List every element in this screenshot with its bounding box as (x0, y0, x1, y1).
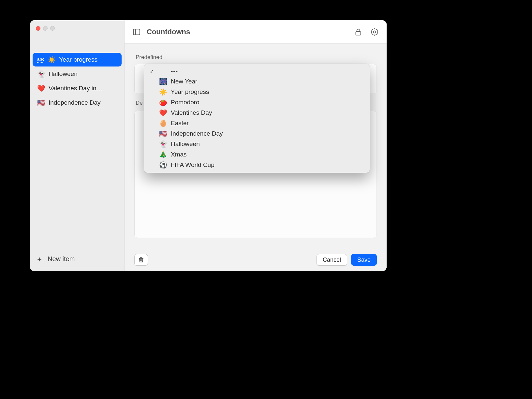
option-label: Easter (171, 120, 189, 127)
sidebar-item-label: Halloween (49, 70, 78, 78)
soccer-icon: ⚽ (159, 161, 167, 169)
dropdown-option-independence-day[interactable]: 🇺🇸 Independence Day (144, 128, 370, 139)
svg-point-3 (374, 31, 376, 33)
tree-icon: 🎄 (159, 151, 167, 158)
option-label: --- (171, 68, 178, 75)
dropdown-option-halloween[interactable]: 👻 Halloween (144, 139, 370, 149)
minimize-window-button[interactable] (43, 26, 48, 31)
page-title: Countdowns (147, 28, 190, 36)
app-window: abc ☀️ Year progress 👻 Halloween ❤️ Vale… (30, 20, 387, 271)
dropdown-option-xmas[interactable]: 🎄 Xmas (144, 149, 370, 160)
tomato-icon: 🍅 (159, 98, 167, 106)
option-label: Xmas (171, 151, 187, 158)
action-bar: Cancel Save (125, 248, 387, 271)
checkmark-icon: ✓ (149, 68, 155, 75)
option-label: FIFA World Cup (171, 161, 214, 169)
fireworks-icon: 🎆 (159, 78, 167, 85)
new-item-button[interactable]: ＋ New item (30, 250, 124, 271)
option-label: Valentines Day (171, 109, 212, 116)
rename-indicator: abc (37, 57, 44, 63)
heart-icon: ❤️ (159, 109, 167, 117)
dropdown-option-easter[interactable]: 🥚 Easter (144, 118, 370, 128)
egg-icon: 🥚 (159, 119, 167, 127)
svg-rect-2 (356, 31, 361, 35)
sun-icon: ☀️ (48, 56, 56, 63)
plus-icon: ＋ (36, 256, 43, 263)
us-flag-icon: 🇺🇸 (37, 99, 45, 106)
ghost-icon: 👻 (159, 140, 167, 148)
toolbar: Countdowns (125, 20, 387, 44)
sidebar-item-halloween[interactable]: 👻 Halloween (33, 67, 122, 81)
sidebar-item-valentines[interactable]: ❤️ Valentines Day in… (33, 81, 122, 95)
dropdown-option-year-progress[interactable]: ☀️ Year progress (144, 87, 370, 97)
settings-button[interactable] (370, 28, 379, 36)
us-flag-icon: 🇺🇸 (159, 130, 167, 138)
new-item-label: New item (48, 255, 75, 263)
sidebar: abc ☀️ Year progress 👻 Halloween ❤️ Vale… (30, 20, 125, 271)
cancel-button[interactable]: Cancel (317, 254, 347, 266)
ghost-icon: 👻 (37, 71, 45, 77)
form-content: Predefined De ✓ --- 🎆 New Year ☀️ (125, 44, 387, 248)
lock-toggle-button[interactable] (354, 28, 362, 36)
gear-icon (370, 28, 379, 36)
unlocked-icon (354, 28, 362, 36)
sidebar-item-label: Independence Day (49, 99, 101, 106)
svg-rect-0 (133, 29, 140, 35)
dropdown-option-new-year[interactable]: 🎆 New Year (144, 76, 370, 87)
option-label: Year progress (171, 88, 209, 96)
sidebar-item-year-progress[interactable]: abc ☀️ Year progress (33, 53, 122, 66)
heart-icon: ❤️ (37, 85, 45, 92)
option-label: New Year (171, 78, 197, 85)
sun-icon: ☀️ (159, 88, 167, 96)
trash-icon (138, 257, 144, 263)
option-label: Pomodoro (171, 99, 200, 106)
zoom-window-button[interactable] (50, 26, 55, 31)
close-window-button[interactable] (36, 26, 40, 31)
dropdown-option-fifa[interactable]: ⚽ FIFA World Cup (144, 160, 370, 170)
sidebar-toggle-icon (132, 28, 141, 36)
sidebar-item-label: Year progress (59, 56, 97, 63)
delete-button[interactable] (134, 254, 148, 266)
predefined-label: Predefined (136, 54, 377, 61)
option-label: Independence Day (171, 130, 223, 137)
main-panel: Countdowns (125, 20, 387, 271)
save-button[interactable]: Save (351, 254, 377, 266)
option-label: Halloween (171, 140, 200, 148)
sidebar-item-label: Valentines Day in… (49, 85, 102, 92)
sidebar-item-independence-day[interactable]: 🇺🇸 Independence Day (33, 96, 122, 110)
dropdown-option-valentines[interactable]: ❤️ Valentines Day (144, 108, 370, 118)
window-controls (30, 20, 124, 37)
predefined-dropdown-menu: ✓ --- 🎆 New Year ☀️ Year progress 🍅 (144, 64, 370, 173)
sidebar-list: abc ☀️ Year progress 👻 Halloween ❤️ Vale… (30, 37, 124, 250)
dropdown-option-none[interactable]: ✓ --- (144, 66, 370, 76)
sidebar-toggle-button[interactable] (132, 28, 141, 36)
dropdown-option-pomodoro[interactable]: 🍅 Pomodoro (144, 97, 370, 108)
